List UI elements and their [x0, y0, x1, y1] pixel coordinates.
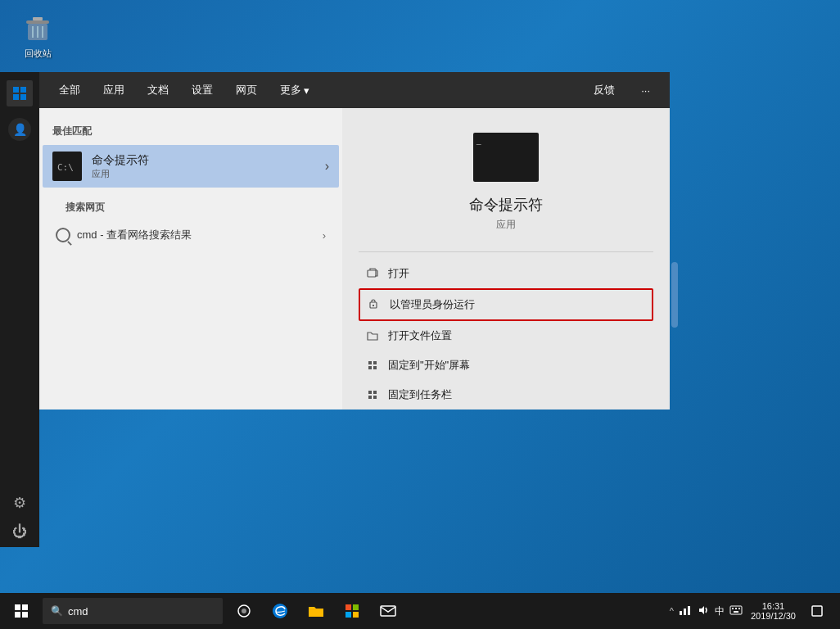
svg-rect-34: [345, 612, 351, 618]
svg-rect-37: [680, 611, 682, 615]
svg-point-31: [273, 604, 287, 618]
svg-rect-22: [373, 361, 377, 364]
pin-start-icon: [365, 358, 380, 373]
admin-icon: [367, 297, 382, 312]
tray-network[interactable]: [679, 604, 692, 618]
action-open-location[interactable]: 打开文件位置: [359, 321, 653, 351]
start-button[interactable]: [3, 593, 39, 629]
svg-point-30: [242, 609, 246, 613]
recycle-bin-label: 回收站: [25, 48, 52, 60]
search-web-icon: [56, 228, 70, 242]
action-run-as-admin[interactable]: 以管理员身份运行: [359, 288, 653, 321]
svg-rect-45: [812, 606, 822, 616]
tray-icons: ^ 中: [670, 604, 743, 618]
arrow-icon: ›: [325, 159, 329, 174]
svg-rect-13: [13, 87, 19, 93]
system-clock[interactable]: 16:31 2019/12/30: [746, 601, 801, 621]
action-pin-start-label: 固定到"开始"屏幕: [388, 358, 470, 373]
tray-lang[interactable]: 中: [715, 604, 725, 618]
open-icon: [365, 266, 380, 281]
svg-rect-27: [368, 396, 372, 399]
action-list: 打开 以管理员身份运行: [342, 259, 670, 410]
taskbar-icon-edge[interactable]: [262, 593, 298, 629]
feedback-button[interactable]: 反馈: [584, 78, 625, 102]
taskbar: 🔍: [0, 593, 840, 629]
svg-rect-16: [20, 94, 26, 100]
clock-time: 16:31: [762, 601, 785, 611]
svg-rect-39: [688, 606, 690, 615]
best-match-item[interactable]: C:\ 命令提示符 应用 ›: [43, 145, 339, 188]
svg-rect-23: [368, 366, 372, 369]
tray-expand[interactable]: ^: [670, 606, 674, 616]
action-admin-label: 以管理员身份运行: [390, 297, 475, 312]
svg-rect-33: [353, 604, 359, 610]
svg-rect-21: [368, 361, 372, 364]
right-panel: 命令提示符 应用 打开: [342, 108, 670, 410]
svg-rect-1: [33, 17, 43, 20]
taskbar-icon-explorer[interactable]: [298, 593, 334, 629]
action-pin-start[interactable]: 固定到"开始"屏幕: [359, 351, 653, 380]
search-web-text: cmd - 查看网络搜索结果: [77, 228, 192, 242]
cmd-app-icon: C:\: [52, 152, 82, 181]
desktop-icon-recycle-bin[interactable]: 回收站: [8, 8, 67, 63]
search-web-arrow: ›: [323, 229, 326, 242]
search-web-title: 搜索网页: [52, 197, 329, 221]
taskview-button[interactable]: [226, 593, 262, 629]
more-options-button[interactable]: ···: [631, 79, 660, 102]
notification-button[interactable]: [804, 593, 830, 629]
svg-rect-26: [373, 391, 377, 394]
svg-rect-35: [353, 612, 359, 618]
app-preview-icon: [473, 133, 539, 182]
windows-icon: [15, 604, 28, 618]
taskbar-search-bar[interactable]: 🔍: [43, 598, 223, 624]
pin-taskbar-icon: [365, 387, 380, 402]
best-match-name: 命令提示符: [92, 153, 318, 168]
taskbar-icon-mail[interactable]: [370, 593, 406, 629]
svg-rect-15: [13, 94, 19, 100]
action-pin-taskbar[interactable]: 固定到任务栏: [359, 380, 653, 410]
action-pin-taskbar-label: 固定到任务栏: [388, 387, 452, 402]
best-match-text: 命令提示符 应用: [92, 153, 318, 180]
nav-item-apps[interactable]: 应用: [93, 78, 134, 102]
nav-item-settings[interactable]: 设置: [182, 78, 223, 102]
start-menu: 全部 应用 文档 设置 网页 更多 ▾ 反馈 ··· 最佳匹配: [39, 72, 670, 410]
search-web-section: 搜索网页 cmd - 查看网络搜索结果 ›: [39, 188, 342, 249]
app-preview-type: 应用: [496, 218, 516, 232]
action-location-label: 打开文件位置: [388, 328, 452, 343]
desktop: 回收站 Micros-Edg- 此电 ⚡: [0, 0, 840, 629]
svg-rect-28: [373, 396, 377, 399]
system-tray: ^ 中: [670, 593, 837, 629]
app-preview-name: 命令提示符: [469, 195, 543, 215]
search-web-item[interactable]: cmd - 查看网络搜索结果 ›: [52, 221, 329, 249]
svg-rect-40: [730, 606, 742, 614]
svg-rect-24: [373, 366, 377, 369]
taskbar-search-input[interactable]: [68, 605, 199, 618]
svg-rect-18: [368, 270, 376, 277]
divider: [359, 251, 653, 252]
best-match-type: 应用: [92, 168, 318, 180]
svg-rect-41: [732, 608, 734, 609]
svg-rect-36: [381, 606, 395, 616]
recycle-bin-icon: [21, 11, 54, 44]
taskbar-search-icon: 🔍: [51, 605, 63, 617]
svg-rect-44: [734, 611, 738, 613]
start-content: 最佳匹配 C:\ 命令提示符 应用 › 搜索网页: [39, 108, 670, 410]
nav-item-all[interactable]: 全部: [49, 78, 90, 102]
start-nav-bar: 全部 应用 文档 设置 网页 更多 ▾ 反馈 ···: [39, 72, 670, 108]
tray-keyboard[interactable]: [729, 605, 743, 617]
svg-rect-32: [345, 604, 351, 610]
nav-right-actions: 反馈 ···: [584, 78, 660, 102]
svg-rect-43: [738, 608, 740, 609]
svg-rect-38: [684, 609, 686, 615]
action-open[interactable]: 打开: [359, 259, 653, 288]
nav-item-docs[interactable]: 文档: [138, 78, 178, 102]
nav-item-web[interactable]: 网页: [226, 78, 267, 102]
left-sidebar-strip: 👤 ⚙ ⏻: [0, 72, 39, 547]
scroll-indicator: [671, 262, 678, 328]
taskbar-icon-store[interactable]: [334, 593, 370, 629]
nav-item-more[interactable]: 更多 ▾: [270, 78, 319, 102]
folder-icon: [365, 328, 380, 343]
tray-volume[interactable]: [697, 604, 710, 618]
svg-rect-20: [373, 305, 374, 306]
chevron-down-icon: ▾: [304, 84, 309, 97]
